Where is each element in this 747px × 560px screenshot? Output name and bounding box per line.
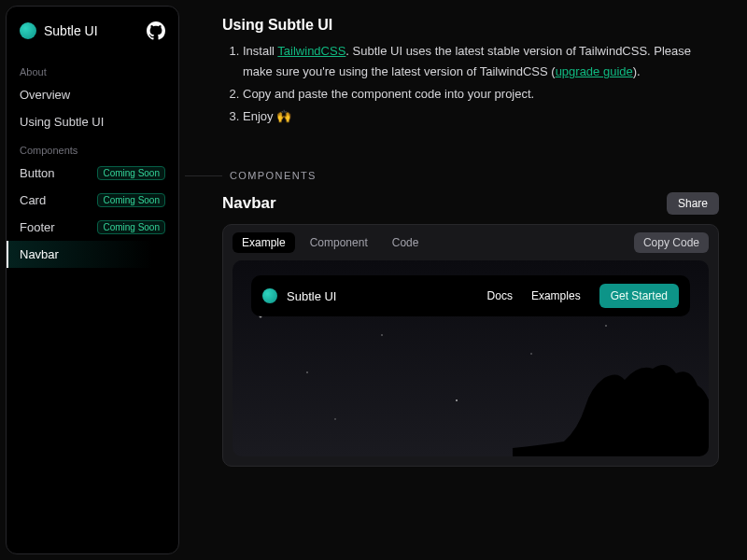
demo-cta-button[interactable]: Get Started [599,284,679,308]
sidebar-item-card[interactable]: Card Coming Soon [7,187,178,214]
tab-example[interactable]: Example [233,232,295,253]
divider-label: COMPONENTS [222,170,317,181]
sidebar-item-label: Card [20,193,46,207]
sidebar-item-label: Button [20,166,55,180]
divider-line [185,175,222,176]
demo-navbar: Subtle UI Docs Examples Get Started [251,275,690,316]
demo-link-examples[interactable]: Examples [531,289,581,302]
coming-soon-badge: Coming Soon [97,220,165,234]
doc-steps: Install TailwindCSS. Subtle UI uses the … [222,41,719,127]
tree-silhouette-icon [513,341,709,456]
sidebar-item-overview[interactable]: Overview [7,81,178,108]
section-label-about: About [7,57,178,81]
copy-code-button[interactable]: Copy Code [634,232,709,253]
sidebar-item-label: Navbar [20,247,59,261]
brand[interactable]: Subtle UI [20,22,98,39]
demo-brand-name: Subtle UI [287,289,336,303]
component-header: Navbar Share [222,192,719,215]
tab-component[interactable]: Component [301,232,377,253]
demo-brand-logo-icon [262,288,277,303]
share-button[interactable]: Share [667,192,719,215]
component-title: Navbar [222,194,276,213]
section-divider: COMPONENTS [185,170,719,181]
preview-card: Example Component Code Copy Code Subtle … [222,224,719,467]
main-content: Using Subtle UI Install TailwindCSS. Sub… [185,0,747,560]
tailwind-link[interactable]: TailwindCSS [277,44,345,58]
doc-step-1: Install TailwindCSS. Subtle UI uses the … [243,41,719,82]
preview-body: Subtle UI Docs Examples Get Started [233,260,709,456]
sidebar-item-using[interactable]: Using Subtle UI [7,108,178,135]
upgrade-guide-link[interactable]: upgrade guide [556,64,633,78]
doc-heading: Using Subtle UI [222,17,719,34]
sidebar-item-label: Footer [20,220,55,234]
demo-nav-links: Docs Examples Get Started [487,284,679,308]
tab-row: Example Component Code Copy Code [223,225,718,260]
tab-code[interactable]: Code [383,232,429,253]
section-label-components: Components [7,135,178,160]
sidebar-item-button[interactable]: Button Coming Soon [7,160,178,187]
doc-step-2: Copy and paste the component code into y… [243,84,719,105]
coming-soon-badge: Coming Soon [97,193,165,207]
sidebar-item-label: Overview [20,88,70,102]
sidebar-item-footer[interactable]: Footer Coming Soon [7,214,178,241]
demo-link-docs[interactable]: Docs [487,289,513,302]
sidebar-item-navbar[interactable]: Navbar [7,241,178,268]
sidebar: Subtle UI About Overview Using Subtle UI… [6,6,179,554]
coming-soon-badge: Coming Soon [97,166,165,180]
sidebar-item-label: Using Subtle UI [20,115,104,129]
brand-logo-icon [20,22,36,39]
github-icon[interactable] [147,21,165,40]
doc-step-3: Enjoy 🙌 [243,106,719,127]
brand-name: Subtle UI [44,23,98,38]
sidebar-header: Subtle UI [7,21,178,57]
